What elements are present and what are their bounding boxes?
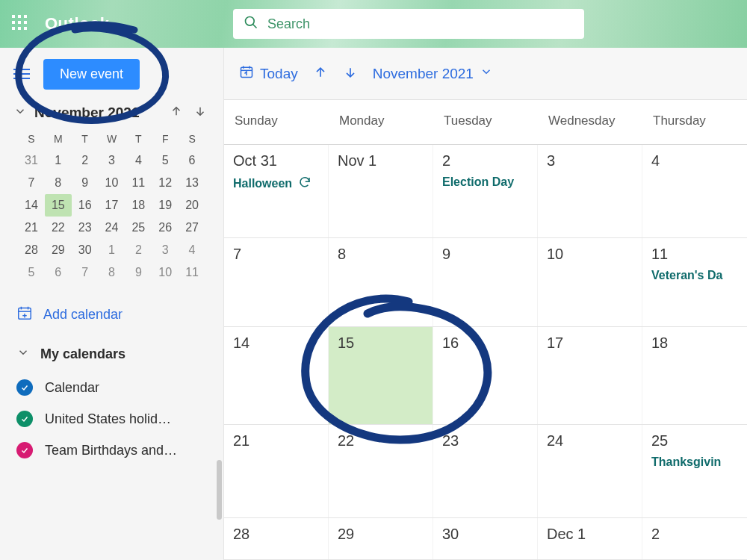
today-icon xyxy=(239,64,254,83)
calendar-list-item[interactable]: Team Birthdays and… xyxy=(0,435,223,466)
date-cell[interactable]: 8 xyxy=(329,238,433,326)
mini-date-cell[interactable]: 1 xyxy=(45,149,72,172)
mini-date-cell[interactable]: 28 xyxy=(18,239,45,261)
search-input[interactable] xyxy=(267,16,574,32)
mini-date-cell[interactable]: 19 xyxy=(152,194,179,217)
mini-date-cell[interactable]: 12 xyxy=(152,172,179,194)
date-cell[interactable]: Oct 31Halloween xyxy=(224,145,329,237)
mini-date-cell[interactable]: 9 xyxy=(125,261,152,284)
mini-date-cell[interactable]: 9 xyxy=(72,172,99,194)
mini-date-cell[interactable]: 7 xyxy=(72,261,99,284)
mini-date-cell[interactable]: 29 xyxy=(45,239,72,261)
mini-date-cell[interactable]: 4 xyxy=(125,149,152,172)
mini-date-cell[interactable]: 3 xyxy=(152,239,179,261)
mini-date-cell[interactable]: 17 xyxy=(99,194,125,217)
mini-date-cell[interactable]: 31 xyxy=(18,149,45,172)
date-cell[interactable]: 24 xyxy=(538,425,642,517)
mini-date-cell[interactable]: 26 xyxy=(152,217,179,239)
next-month-icon[interactable] xyxy=(193,105,210,121)
today-button[interactable]: Today xyxy=(239,64,298,83)
mini-date-cell[interactable]: 8 xyxy=(99,261,125,284)
date-cell[interactable]: Nov 1 xyxy=(329,145,433,237)
next-range-icon[interactable] xyxy=(343,65,358,83)
date-cell[interactable]: 15 xyxy=(329,327,433,424)
mini-date-cell[interactable]: 14 xyxy=(18,194,45,217)
app-launcher-icon[interactable] xyxy=(12,15,30,33)
mini-date-cell[interactable]: 25 xyxy=(125,217,152,239)
mini-date-cell[interactable]: 15 xyxy=(45,194,72,217)
mini-date-cell[interactable]: 1 xyxy=(99,239,125,261)
date-label: 25 xyxy=(651,432,738,449)
mini-date-cell[interactable]: 11 xyxy=(179,261,205,284)
date-cell[interactable]: 7 xyxy=(224,238,329,326)
hamburger-icon[interactable] xyxy=(13,69,30,79)
date-cell[interactable]: 3 xyxy=(538,145,642,237)
search-box[interactable] xyxy=(233,9,584,39)
mini-date-cell[interactable]: 23 xyxy=(72,217,99,239)
date-cell[interactable]: 18 xyxy=(642,327,747,424)
date-cell[interactable]: 10 xyxy=(538,238,642,326)
calendar-toolbar: Today November 2021 xyxy=(224,48,747,100)
date-cell[interactable]: 25Thanksgivin xyxy=(642,425,747,517)
mini-date-cell[interactable]: 8 xyxy=(45,172,72,194)
date-cell[interactable]: Dec 1 xyxy=(538,518,642,559)
month-row: 2122232425Thanksgivin xyxy=(224,425,747,518)
date-label: 30 xyxy=(442,526,528,543)
mini-date-cell[interactable]: 2 xyxy=(72,149,99,172)
mini-date-cell[interactable]: 13 xyxy=(179,172,205,194)
calendar-list-item[interactable]: Calendar xyxy=(0,372,223,403)
mini-date-cell[interactable]: 5 xyxy=(18,261,45,284)
new-event-button[interactable]: New event xyxy=(43,59,140,90)
mini-date-cell[interactable]: 22 xyxy=(45,217,72,239)
mini-date-cell[interactable]: 24 xyxy=(99,217,125,239)
date-cell[interactable]: 29 xyxy=(329,518,433,559)
date-cell[interactable]: 28 xyxy=(224,518,329,559)
mini-calendar-month[interactable]: November 2021 xyxy=(34,105,162,121)
range-picker[interactable]: November 2021 xyxy=(373,65,493,82)
mini-date-cell[interactable]: 21 xyxy=(18,217,45,239)
date-cell[interactable]: 4 xyxy=(642,145,747,237)
event-label[interactable]: Election Day xyxy=(442,175,528,189)
date-cell[interactable]: 9 xyxy=(433,238,538,326)
svg-line-1 xyxy=(253,25,257,28)
calendar-list-item[interactable]: United States holid… xyxy=(0,403,223,435)
date-cell[interactable]: 21 xyxy=(224,425,329,517)
mini-date-cell[interactable]: 5 xyxy=(152,149,179,172)
mini-date-cell[interactable]: 30 xyxy=(72,239,99,261)
date-label: 8 xyxy=(338,246,424,263)
date-label: 7 xyxy=(233,246,319,263)
chevron-down-icon[interactable] xyxy=(13,105,27,121)
date-cell[interactable]: 30 xyxy=(433,518,538,559)
mini-date-cell[interactable]: 6 xyxy=(179,149,205,172)
mini-date-cell[interactable]: 10 xyxy=(99,172,125,194)
date-cell[interactable]: 2 xyxy=(642,518,747,559)
date-cell[interactable]: 16 xyxy=(433,327,538,424)
event-label[interactable]: Veteran's Da xyxy=(651,269,738,282)
mini-date-cell[interactable]: 3 xyxy=(99,149,125,172)
calendar-group-header[interactable]: My calendars xyxy=(0,340,223,369)
mini-date-cell[interactable]: 6 xyxy=(45,261,72,284)
event-label[interactable]: Thanksgivin xyxy=(651,455,738,469)
mini-date-cell[interactable]: 16 xyxy=(72,194,99,217)
mini-date-cell[interactable]: 18 xyxy=(125,194,152,217)
mini-date-cell[interactable]: 4 xyxy=(179,239,205,261)
date-cell[interactable]: 17 xyxy=(538,327,642,424)
mini-date-cell[interactable]: 11 xyxy=(125,172,152,194)
mini-date-cell[interactable]: 10 xyxy=(152,261,179,284)
mini-date-cell[interactable]: 20 xyxy=(179,194,205,217)
range-label: November 2021 xyxy=(373,66,474,82)
date-cell[interactable]: 14 xyxy=(224,327,329,424)
prev-range-icon[interactable] xyxy=(313,65,328,83)
mini-date-cell[interactable]: 2 xyxy=(125,239,152,261)
date-label: 9 xyxy=(442,246,528,263)
date-cell[interactable]: 11Veteran's Da xyxy=(642,238,747,326)
event-label[interactable]: Halloween xyxy=(233,175,319,192)
add-calendar-button[interactable]: Add calendar xyxy=(0,284,223,340)
prev-month-icon[interactable] xyxy=(170,105,186,121)
mini-date-cell[interactable]: 27 xyxy=(179,217,205,239)
mini-date-cell[interactable]: 7 xyxy=(18,172,45,194)
date-cell[interactable]: 2Election Day xyxy=(433,145,538,237)
sidebar-scrollbar[interactable] xyxy=(217,460,222,520)
date-cell[interactable]: 23 xyxy=(433,425,538,517)
date-cell[interactable]: 22 xyxy=(329,425,433,517)
